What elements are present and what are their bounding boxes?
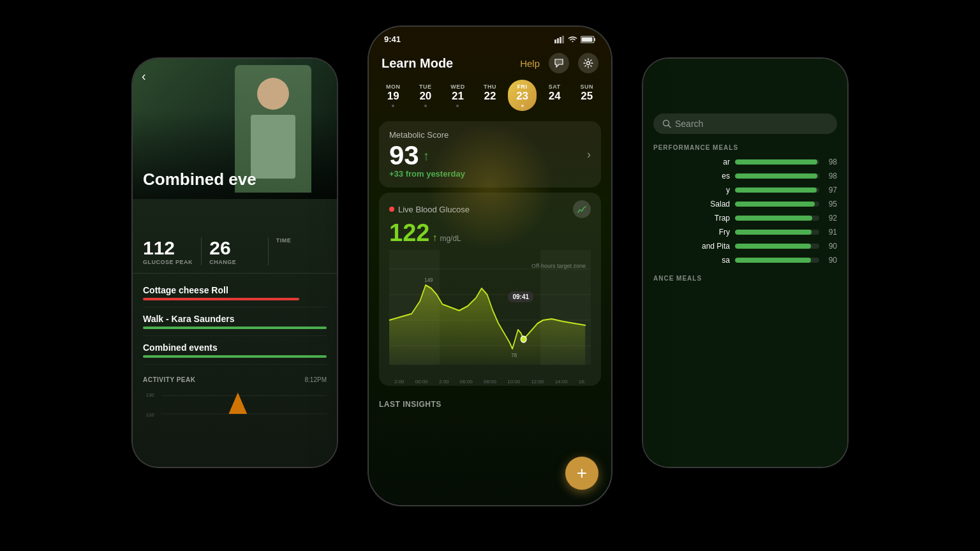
chart-tooltip: 09:41 (508, 291, 533, 302)
list-item[interactable]: Cottage cheese Roll (143, 279, 327, 307)
glucose-card: Live Blood Glucose 122 ↑ mg/dL (379, 193, 601, 386)
settings-button[interactable] (578, 53, 598, 73)
list-item[interactable]: Walk - Kara Saunders (143, 307, 327, 336)
meal-score: 98 (819, 172, 837, 180)
event-bar (143, 355, 327, 358)
time-label: TIME (276, 237, 327, 244)
meal-score: 90 (819, 256, 837, 265)
day-item-sat[interactable]: SAT 24 (540, 80, 569, 111)
meal-name: es (653, 172, 730, 180)
meal-name: Salad (653, 200, 730, 209)
list-item[interactable]: ar 98 (653, 158, 837, 166)
list-item[interactable]: and Pita 90 (653, 242, 837, 251)
list-item[interactable]: Combined events (143, 336, 327, 365)
list-item[interactable]: Trap 92 (653, 214, 837, 223)
chat-icon (554, 58, 564, 68)
glucose-label: Live Blood Glucose (398, 205, 470, 214)
metabolic-score-card[interactable]: Metabolic Score 93 ↑ +33 from yesterday … (379, 121, 601, 187)
hero-title: Combined eve (143, 170, 256, 189)
performance-meals-title: PERFORMANCE MEALS (653, 144, 837, 151)
meal-name: Trap (653, 214, 730, 223)
glucose-unit: mg/dL (440, 234, 461, 243)
center-screen: 9:41 (369, 27, 611, 505)
meal-bar (735, 244, 811, 249)
meal-bar-container (735, 230, 819, 235)
center-header: Learn Mode Help (369, 48, 611, 80)
meal-bar (735, 258, 811, 263)
hero-image: ‹ Combined eve (133, 59, 337, 199)
svg-rect-5 (554, 40, 556, 43)
meal-bar (735, 216, 812, 221)
meal-name: Fry (653, 228, 730, 237)
meal-bar (735, 202, 815, 207)
day-item-thu[interactable]: THU 22 (476, 80, 505, 111)
center-phone: 9:41 (369, 27, 611, 505)
meal-name: y (653, 186, 730, 195)
day-item-fri[interactable]: FRI 23 (508, 80, 537, 111)
svg-rect-8 (562, 36, 564, 43)
svg-rect-10 (582, 37, 593, 41)
day-item-sun[interactable]: SUN 25 (572, 80, 601, 111)
score-up-arrow: ↑ (423, 149, 429, 162)
activity-chart: 130 110 (143, 388, 327, 439)
last-insights: LAST INSIGHTS (369, 391, 611, 414)
change-label: CHANGE (209, 259, 260, 265)
meal-bar-container (735, 244, 819, 249)
event-bar (143, 298, 299, 300)
meal-bar-container (735, 173, 819, 179)
meal-score: 97 (819, 186, 837, 195)
signal-icon (554, 36, 565, 43)
meal-score: 91 (819, 228, 837, 237)
list-item[interactable]: Fry 91 (653, 228, 837, 237)
back-button[interactable]: ‹ (142, 69, 146, 84)
chart-x-labels: 2:00 00:00 2:00 06:00 08:00 10:00 12:00 … (389, 378, 591, 386)
live-indicator (389, 207, 394, 212)
meal-bar-container (735, 159, 819, 165)
help-label[interactable]: Help (520, 58, 540, 69)
day-item-wed[interactable]: WED 21 (443, 80, 472, 111)
glucose-label-row: Live Blood Glucose (389, 205, 470, 214)
list-item[interactable]: sa 90 (653, 256, 837, 265)
svg-line-22 (669, 126, 671, 128)
status-icons (554, 36, 596, 43)
search-bar[interactable]: Search (653, 114, 837, 134)
metabolic-score-content: Metabolic Score 93 ↑ +33 from yesterday (389, 130, 465, 179)
glucose-trend-arrow: ↑ (432, 232, 437, 244)
gear-icon (583, 58, 593, 68)
list-item[interactable]: y 97 (653, 186, 837, 195)
header-icons: Help (520, 53, 598, 73)
score-change: +33 from yesterday (389, 169, 465, 179)
activity-title: ACTIVITY PEAK (143, 376, 195, 383)
event-name: Combined events (143, 342, 327, 353)
left-phone: ‹ Combined eve 112 GLUCOSE PEAK 26 CHANG… (133, 59, 337, 467)
glucose-peak-value: 112 (143, 237, 193, 259)
glucose-peak-stat: 112 GLUCOSE PEAK (143, 237, 193, 265)
left-screen: ‹ Combined eve 112 GLUCOSE PEAK 26 CHANG… (133, 59, 337, 467)
meal-bar (735, 173, 817, 179)
list-item[interactable]: Salad 95 (653, 200, 837, 209)
fab-add-button[interactable]: + (565, 457, 598, 490)
meal-name: sa (653, 256, 730, 265)
change-stat: 26 CHANGE (209, 237, 260, 265)
meal-bar (735, 187, 817, 193)
svg-text:130: 130 (146, 392, 154, 398)
event-bar (143, 327, 327, 329)
meal-bar (735, 159, 817, 165)
svg-rect-6 (557, 38, 559, 43)
stats-row: 112 GLUCOSE PEAK 26 CHANGE TIME (133, 199, 337, 274)
navigate-arrow[interactable]: › (587, 148, 591, 161)
day-item-tue[interactable]: TUE 20 (412, 80, 440, 111)
learn-mode-title: Learn Mode (382, 56, 453, 71)
meal-bar-container (735, 202, 819, 207)
svg-text:78: 78 (511, 351, 517, 358)
meal-list: ar 98 es 98 y (653, 158, 837, 265)
day-selector: MON 19 TUE 20 WED 21 THU 22 (369, 80, 611, 119)
glucose-info-button[interactable] (573, 200, 591, 218)
day-item-mon[interactable]: MON 19 (379, 80, 408, 111)
events-list: Cottage cheese Roll Walk - Kara Saunders… (133, 274, 337, 370)
activity-time: 8:12PM (305, 376, 327, 383)
meal-score: 90 (819, 242, 837, 251)
notification-icon-button[interactable] (549, 53, 569, 73)
list-item[interactable]: es 98 (653, 172, 837, 180)
meal-score: 98 (819, 158, 837, 166)
